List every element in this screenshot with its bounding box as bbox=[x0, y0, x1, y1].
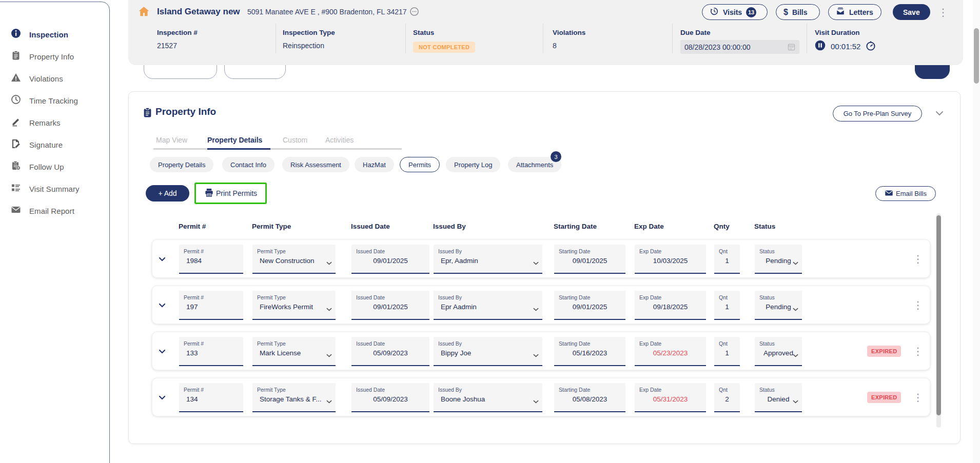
page-scrollbar[interactable] bbox=[973, 0, 980, 463]
sidebar-item-signature[interactable]: Signature bbox=[1, 136, 103, 153]
permit-no-field[interactable]: Permit #197 bbox=[179, 291, 243, 320]
subtab-hazmat[interactable]: HazMat bbox=[355, 157, 394, 172]
tab-property-details[interactable]: Property Details bbox=[207, 136, 262, 144]
permit-type-select[interactable]: Permit TypeMark License bbox=[252, 337, 336, 366]
comment-icon[interactable] bbox=[409, 7, 419, 18]
row-expand-chevron-icon[interactable] bbox=[159, 254, 166, 264]
sidebar-item-email-report[interactable]: Email Report bbox=[1, 202, 103, 219]
expired-badge: EXPIRED bbox=[867, 346, 901, 357]
status-select[interactable]: StatusDenied bbox=[755, 383, 802, 412]
exp-date-field[interactable]: Exp Date05/31/2023 bbox=[635, 383, 706, 412]
calendar-icon[interactable] bbox=[788, 43, 795, 51]
permit-no-field[interactable]: Permit #134 bbox=[179, 383, 243, 412]
subtab-permits[interactable]: Permits bbox=[400, 157, 440, 172]
sidebar-item-inspection[interactable]: Inspection bbox=[1, 26, 103, 43]
sidebar-item-remarks[interactable]: Remarks bbox=[1, 114, 103, 131]
due-date-input[interactable]: 08/28/2023 00:00:00 bbox=[680, 40, 799, 54]
save-button[interactable]: Save bbox=[893, 4, 930, 20]
issued-date-field[interactable]: Issued Date09/01/2025 bbox=[351, 291, 429, 320]
pause-icon[interactable] bbox=[815, 40, 826, 53]
chevron-down-icon[interactable] bbox=[533, 350, 539, 359]
row-menu-icon[interactable]: ⋮ bbox=[913, 300, 923, 310]
status-select[interactable]: StatusApproved bbox=[755, 337, 802, 366]
header-menu-icon[interactable]: ⋮ bbox=[938, 7, 948, 17]
chevron-down-icon[interactable] bbox=[326, 258, 332, 267]
chevron-down-icon[interactable] bbox=[793, 350, 798, 359]
row-menu-icon[interactable]: ⋮ bbox=[913, 392, 923, 402]
sidebar-item-violations[interactable]: Violations bbox=[1, 70, 103, 87]
starting-date-field[interactable]: Starting Date05/16/2023 bbox=[554, 337, 625, 366]
starting-date-field[interactable]: Starting Date05/08/2023 bbox=[554, 383, 625, 412]
subtab-property-details[interactable]: Property Details bbox=[150, 157, 213, 172]
visits-button[interactable]: Visits 13 bbox=[702, 4, 768, 20]
sidebar-item-time-tracking[interactable]: Time Tracking bbox=[1, 92, 103, 109]
bills-button[interactable]: $ Bills bbox=[776, 4, 820, 20]
qnt-field[interactable]: Qnt2 bbox=[714, 383, 740, 412]
field-label: Permit Type bbox=[252, 383, 336, 393]
chevron-down-icon[interactable] bbox=[793, 304, 798, 313]
email-bills-button[interactable]: Email Bills bbox=[875, 186, 936, 201]
tab-map-view[interactable]: Map View bbox=[156, 136, 187, 144]
chevron-down-icon[interactable] bbox=[326, 396, 332, 406]
go-to-preplan-survey-button[interactable]: Go To Pre-Plan Survey bbox=[833, 106, 922, 122]
row-menu-icon[interactable]: ⋮ bbox=[913, 254, 923, 264]
chevron-down-icon[interactable] bbox=[533, 396, 539, 406]
issued-by-select[interactable]: Issued ByEpr, Aadmin bbox=[434, 245, 542, 274]
subtab-contact-info[interactable]: Contact Info bbox=[222, 157, 275, 172]
row-expand-chevron-icon[interactable] bbox=[159, 300, 166, 310]
exp-date-field[interactable]: Exp Date09/18/2025 bbox=[635, 291, 706, 320]
subtab-risk-assessment[interactable]: Risk Assessment bbox=[282, 157, 349, 172]
collapse-chevron-icon[interactable] bbox=[935, 109, 944, 118]
field-value: 133 bbox=[179, 347, 243, 357]
tab-custom[interactable]: Custom bbox=[283, 136, 307, 144]
print-permits-button[interactable]: Print Permits bbox=[204, 188, 257, 199]
permit-no-field[interactable]: Permit #1984 bbox=[179, 245, 243, 274]
subtab-property-log[interactable]: Property Log bbox=[446, 157, 500, 172]
stopwatch-icon[interactable] bbox=[866, 41, 876, 53]
chevron-down-icon[interactable] bbox=[326, 350, 332, 359]
status-select[interactable]: StatusPending bbox=[755, 291, 802, 320]
tab-activities[interactable]: Activities bbox=[325, 136, 354, 144]
qnt-field[interactable]: Qnt1 bbox=[714, 291, 740, 320]
field-value: 197 bbox=[179, 300, 243, 311]
issued-by-select[interactable]: Issued ByBippy Joe bbox=[434, 337, 542, 366]
field-label: Permit Type bbox=[252, 245, 336, 254]
info-visit-duration: Visit Duration 00:01:52 bbox=[815, 29, 876, 53]
list-icon bbox=[11, 183, 21, 195]
permit-type-select[interactable]: Permit TypeFireWorks Permit bbox=[252, 291, 336, 320]
sidebar-item-property-info[interactable]: Property Info bbox=[1, 48, 103, 65]
exp-date-field[interactable]: Exp Date10/03/2025 bbox=[635, 245, 706, 274]
field-label: Permit Type bbox=[252, 291, 336, 300]
permit-type-select[interactable]: Permit TypeStorage Tanks & F... bbox=[252, 383, 336, 412]
chevron-down-icon[interactable] bbox=[793, 396, 798, 406]
qnt-field[interactable]: Qnt1 bbox=[714, 245, 740, 274]
sidebar-item-follow-up[interactable]: Follow Up bbox=[1, 158, 103, 175]
chevron-down-icon[interactable] bbox=[533, 304, 539, 313]
issued-by-select[interactable]: Issued ByBoone Joshua bbox=[434, 383, 542, 412]
page-scrollbar-thumb[interactable] bbox=[974, 28, 979, 84]
permit-type-select[interactable]: Permit TypeNew Construction bbox=[252, 245, 336, 274]
row-expand-chevron-icon[interactable] bbox=[159, 347, 166, 356]
add-permit-button[interactable]: + Add bbox=[146, 185, 189, 202]
chevron-down-icon[interactable] bbox=[533, 258, 539, 267]
chevron-down-icon[interactable] bbox=[326, 304, 332, 313]
issued-date-field[interactable]: Issued Date05/09/2023 bbox=[351, 337, 429, 366]
starting-date-field[interactable]: Starting Date09/01/2025 bbox=[554, 291, 625, 320]
chevron-down-icon[interactable] bbox=[793, 258, 798, 267]
qnt-field[interactable]: Qnt1 bbox=[714, 337, 740, 366]
issued-by-select[interactable]: Issued ByEpr Aadmin bbox=[434, 291, 542, 320]
table-scrollbar-thumb[interactable] bbox=[936, 215, 941, 415]
issued-date-field[interactable]: Issued Date05/09/2023 bbox=[351, 383, 429, 412]
field-label: Qnt bbox=[714, 291, 740, 300]
row-expand-chevron-icon[interactable] bbox=[159, 393, 166, 402]
sidebar-item-visit-summary[interactable]: Visit Summary bbox=[1, 180, 103, 197]
row-menu-icon[interactable]: ⋮ bbox=[913, 346, 923, 356]
permit-no-field[interactable]: Permit #133 bbox=[179, 337, 243, 366]
letters-button[interactable]: Letters bbox=[828, 4, 881, 20]
exp-date-field[interactable]: Exp Date05/23/2023 bbox=[635, 337, 706, 366]
issued-date-field[interactable]: Issued Date09/01/2025 bbox=[351, 245, 429, 274]
status-select[interactable]: StatusPending bbox=[755, 245, 802, 274]
starting-date-field[interactable]: Starting Date09/01/2025 bbox=[554, 245, 625, 274]
sidebar-item-label: Email Report bbox=[29, 207, 74, 215]
table-scrollbar[interactable] bbox=[936, 213, 941, 428]
